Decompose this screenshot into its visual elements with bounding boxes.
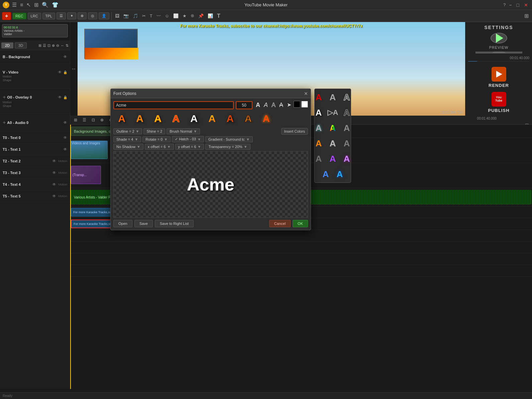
x-offset-label[interactable]: x offset = 6 ▼: [145, 144, 174, 150]
eye-icon-t2[interactable]: 👁: [52, 159, 56, 163]
sp-orange[interactable]: A: [312, 137, 325, 150]
font-sample-orange4[interactable]: A: [222, 111, 238, 126]
brush-label[interactable]: Brush Normal ▼: [167, 128, 200, 134]
open-btn[interactable]: Open: [113, 220, 132, 227]
save-right-btn[interactable]: Save to Right List: [155, 220, 194, 227]
shine-label[interactable]: Shine = 2: [143, 128, 165, 134]
eye-icon-audio[interactable]: 👁: [63, 120, 67, 125]
cancel-btn[interactable]: Cancel: [269, 220, 291, 227]
eye-icon-t3[interactable]: 👁: [52, 170, 56, 175]
sp-arrow[interactable]: ▷A: [326, 106, 339, 119]
close-btn[interactable]: ✕: [523, 2, 529, 8]
preview-play-btn[interactable]: [491, 33, 507, 43]
arrow-right-a-icon[interactable]: ➤: [286, 101, 293, 109]
rec-btn[interactable]: REC: [12, 13, 26, 19]
eye-icon-t5[interactable]: 👁: [52, 194, 56, 198]
outline-label[interactable]: Outline = 2 ▼: [113, 128, 142, 134]
sp-gray3[interactable]: A: [326, 137, 339, 150]
eye-icon-overlay[interactable]: 👁: [58, 95, 62, 100]
font-sample-orange[interactable]: A: [113, 111, 130, 126]
view-2d-btn[interactable]: 2D: [1, 42, 13, 48]
sp-rainbow[interactable]: A: [326, 122, 339, 134]
tshirt-icon[interactable]: 👕: [52, 2, 59, 8]
list-view-icon[interactable]: ☰: [43, 43, 46, 48]
y-offset-label[interactable]: y offset = 6 ▼: [175, 144, 204, 150]
sp-outline2[interactable]: A: [340, 106, 353, 119]
bar-chart-icon[interactable]: 📊: [206, 13, 214, 19]
shade-label[interactable]: Shade = 4 ▼: [113, 136, 141, 142]
sp-teal[interactable]: A: [312, 122, 325, 134]
pin-icon[interactable]: 📌: [197, 13, 205, 19]
person-btn[interactable]: 👤: [99, 12, 109, 19]
th-expand-btn[interactable]: ⊡: [90, 117, 97, 123]
cursor-icon[interactable]: ↖: [26, 2, 31, 8]
eye-icon-video[interactable]: 👁: [58, 70, 62, 75]
strikethrough-a-icon[interactable]: A: [278, 101, 285, 109]
resize-icon[interactable]: ⊞: [523, 12, 530, 20]
sp-gray2[interactable]: A: [340, 122, 353, 134]
bold-a-icon[interactable]: A: [254, 101, 261, 109]
overlay-add-btn[interactable]: +: [3, 94, 6, 100]
gradient-label[interactable]: Gradient - Surround tc ▼: [205, 136, 253, 142]
clip-icon[interactable]: 🖼: [114, 13, 121, 19]
lrc-btn[interactable]: LRC: [28, 13, 41, 19]
font-sample-white-shadow[interactable]: A: [186, 111, 202, 126]
eye-icon-t0[interactable]: 👁: [63, 135, 67, 140]
font-sample-orange5[interactable]: A: [240, 111, 256, 126]
publish-btn[interactable]: YouTube PUBLISH: [488, 92, 509, 113]
fx2-icon[interactable]: ❊: [189, 13, 196, 19]
sp-red[interactable]: A: [312, 91, 325, 104]
color-swatch-white[interactable]: [301, 101, 308, 108]
zoom-out-icon[interactable]: ⊖: [56, 43, 59, 48]
search-icon[interactable]: 🔍: [42, 2, 48, 8]
eye-icon-bg[interactable]: 👁: [63, 54, 67, 59]
eye-icon-t1[interactable]: 👁: [63, 147, 67, 152]
text-icon[interactable]: T: [148, 13, 154, 19]
list-btn[interactable]: ☰: [57, 12, 66, 19]
hatch-label[interactable]: ✓ Hatch - 03 ▼: [172, 136, 204, 142]
font-sample-yellow-outline[interactable]: A: [149, 111, 166, 126]
lock-icon-overlay[interactable]: 🔒: [63, 96, 67, 99]
font-sample-orange2[interactable]: A: [131, 111, 148, 126]
th-grid-btn[interactable]: ⊞: [72, 117, 79, 123]
audio-add-btn[interactable]: +: [3, 120, 6, 126]
color-swatch-black[interactable]: [294, 101, 300, 108]
transparency-label[interactable]: Transparency = 20% ▼: [205, 144, 250, 150]
add-media-btn[interactable]: +: [2, 12, 11, 20]
sp-lightgray[interactable]: A: [340, 137, 353, 150]
expand-icon[interactable]: ↔: [71, 66, 77, 72]
cut-icon[interactable]: ✂: [141, 13, 147, 19]
th-add-btn[interactable]: ⊕: [99, 117, 105, 123]
th-list-btn[interactable]: ☰: [81, 117, 88, 123]
split-icon[interactable]: ⊞: [34, 2, 38, 8]
sp-outline[interactable]: A: [340, 91, 353, 104]
lock-icon-video[interactable]: 🔒: [63, 71, 67, 74]
rotate-label[interactable]: Rotate = 0 ▼: [142, 136, 171, 142]
font-sample-red-outline[interactable]: A: [168, 111, 184, 126]
zoom-in-icon[interactable]: ⊕: [52, 43, 55, 48]
add2-btn[interactable]: ⊕: [78, 12, 87, 19]
render-btn[interactable]: RENDER: [489, 67, 509, 88]
sidebar-icon[interactable]: ☰: [12, 2, 17, 8]
outline-a-icon[interactable]: A: [270, 101, 277, 109]
text2-icon[interactable]: T: [216, 12, 222, 20]
star-icon2[interactable]: ★: [181, 13, 188, 19]
arrows-icon[interactable]: ↔: [61, 43, 64, 48]
camera-icon[interactable]: 📷: [122, 13, 130, 19]
tpl-btn[interactable]: TPL: [42, 13, 55, 19]
font-sample-orange6[interactable]: A: [258, 111, 275, 126]
ok-btn[interactable]: OK: [293, 220, 308, 227]
no-shadow-label[interactable]: No Shadow ▼: [113, 144, 143, 150]
wave-icon[interactable]: 〰: [155, 13, 162, 19]
save-btn[interactable]: Save: [134, 220, 153, 227]
font-size-input[interactable]: [236, 101, 252, 109]
sp-purple2[interactable]: A: [340, 152, 353, 165]
maximize-btn[interactable]: □: [515, 2, 521, 8]
view-3d-btn[interactable]: 3D: [15, 42, 27, 48]
dialog-close-btn[interactable]: ✕: [304, 91, 308, 96]
sp-blue[interactable]: A: [319, 168, 332, 180]
eye-icon-t4[interactable]: 👁: [52, 182, 56, 187]
music-icon[interactable]: 🎵: [131, 13, 139, 19]
add3-btn[interactable]: ◎: [88, 12, 97, 19]
help-icon[interactable]: ?: [503, 2, 506, 8]
